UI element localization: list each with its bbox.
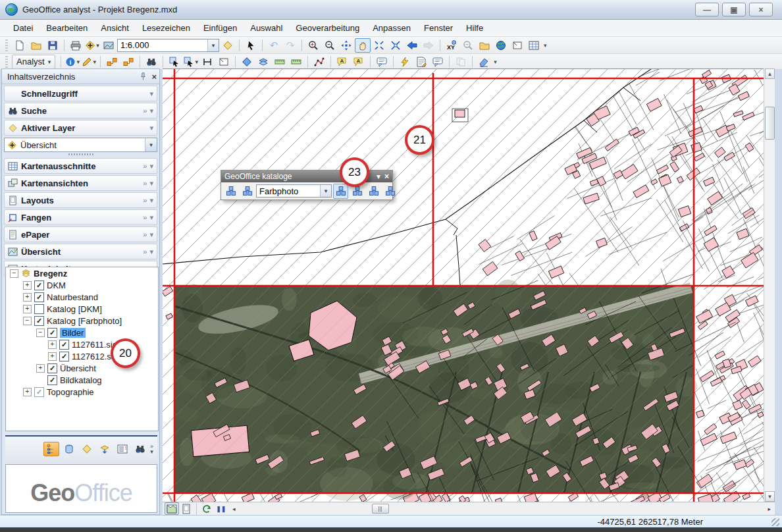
search-button[interactable]: [477, 38, 492, 53]
expand-icon[interactable]: +: [48, 352, 57, 361]
find-button[interactable]: [143, 55, 159, 69]
save-button[interactable]: [45, 38, 61, 53]
close-button[interactable]: ×: [749, 3, 773, 16]
label-manager-button[interactable]: [351, 55, 367, 69]
title-bar[interactable]: GeoOffice analyst - Projekt Bregenz.mxd …: [0, 0, 782, 20]
tree-item-bildkatalog[interactable]: ✓ Bildkatalog: [6, 374, 158, 386]
catalog-remove-button[interactable]: [382, 184, 398, 199]
checkbox-checked[interactable]: ✓: [47, 375, 57, 385]
toolbar-grip2[interactable]: [5, 56, 8, 68]
display-order-view-button[interactable]: [43, 442, 59, 456]
expand-icon[interactable]: +: [23, 281, 32, 290]
undo-button[interactable]: ↶: [266, 38, 282, 53]
measure-area-button[interactable]: [288, 55, 304, 69]
menu-fenster[interactable]: Fenster: [417, 21, 459, 35]
tree-item-katalog-dkm[interactable]: + Katalog [DKM]: [6, 303, 158, 315]
checkbox-checked[interactable]: ✓: [47, 328, 57, 338]
next-extent-button[interactable]: [421, 38, 436, 53]
tree-item-dkm[interactable]: + ✓ DKM: [6, 279, 158, 291]
full-extent-button[interactable]: [338, 38, 354, 53]
collapse-icon[interactable]: −: [36, 329, 45, 337]
sidebar-section-schnellzugriff[interactable]: Schnellzugriff ▾: [4, 86, 157, 101]
horizontal-scrollbar[interactable]: [240, 503, 764, 514]
scale-combobox[interactable]: ▾: [117, 39, 219, 52]
catalog-input[interactable]: [257, 186, 320, 196]
toc-close-icon[interactable]: ×: [151, 72, 157, 82]
report-wizard-button[interactable]: [430, 55, 446, 69]
scroll-left-button[interactable]: ◂: [228, 506, 240, 512]
zoom-in-button[interactable]: [305, 38, 321, 53]
tree-item-topographie[interactable]: + ✓ Topographie: [6, 386, 158, 398]
menu-ansicht[interactable]: Ansicht: [94, 21, 136, 35]
scroll-right-button[interactable]: ▸: [764, 506, 775, 512]
checkbox-checked[interactable]: ✓: [59, 352, 69, 361]
collapse-icon[interactable]: −: [10, 269, 18, 278]
minimize-button[interactable]: —: [695, 3, 719, 16]
checkbox-checked-gray[interactable]: ✓: [34, 387, 44, 397]
checkbox-checked[interactable]: ✓: [34, 292, 44, 302]
menu-bearbeiten[interactable]: Bearbeiten: [39, 21, 94, 35]
catalog-dropdown-button[interactable]: ▾: [320, 185, 331, 197]
catalog-show-extent-button[interactable]: [333, 184, 348, 199]
layers-button[interactable]: [255, 55, 271, 69]
horizontal-scroll-thumb[interactable]: [372, 504, 389, 514]
eraser-tool-button[interactable]: [476, 55, 492, 69]
menu-einfuegen[interactable]: Einfügen: [197, 21, 244, 35]
globe-button[interactable]: [493, 38, 509, 53]
sidebar-section-kartenansichten[interactable]: Kartenansichten »▾: [4, 175, 157, 191]
refresh-button[interactable]: [199, 502, 214, 515]
menu-lesezeichen[interactable]: Lesezeichen: [136, 21, 197, 35]
tree-item-bilder[interactable]: − ✓ Bilder: [6, 327, 158, 338]
3d-view-button[interactable]: [239, 55, 255, 69]
layer-info-button[interactable]: ▾: [65, 55, 80, 69]
collapse-icon[interactable]: −: [23, 317, 32, 325]
edit-vertices-button[interactable]: [311, 55, 327, 69]
select-elements-button[interactable]: [243, 38, 259, 53]
checkbox-checked[interactable]: ✓: [34, 316, 44, 326]
magnifier-window-button[interactable]: [460, 38, 476, 53]
sidebar-section-uebersicht[interactable]: Übersicht »▾: [4, 244, 157, 259]
previous-extent-button[interactable]: [404, 38, 420, 53]
menu-datei[interactable]: Datei: [7, 21, 39, 35]
catalog-combobox[interactable]: ▾: [256, 184, 332, 198]
checkbox-checked[interactable]: ✓: [47, 363, 57, 373]
active-layer-combobox[interactable]: Übersicht ▾: [4, 138, 157, 152]
open-document-button[interactable]: [28, 38, 44, 53]
data-view-button[interactable]: [165, 502, 179, 515]
new-document-button[interactable]: [12, 38, 28, 53]
tree-item-naturbestand[interactable]: + ✓ Naturbestand: [6, 291, 158, 303]
section-drag-handle[interactable]: [2, 152, 159, 157]
connect-tool-2-button[interactable]: [120, 55, 136, 69]
report-button[interactable]: [413, 55, 429, 69]
viewer-window-button[interactable]: [509, 38, 525, 53]
sidebar-section-epaper[interactable]: ePaper »▾: [4, 226, 157, 242]
catalog-edit-button[interactable]: [240, 184, 255, 199]
toolbar-overflow-button[interactable]: ▾: [544, 42, 547, 49]
zoom-out-button[interactable]: [322, 38, 338, 53]
catalog-load-button[interactable]: [366, 184, 381, 199]
expand-icon[interactable]: +: [23, 293, 32, 302]
menu-hilfe[interactable]: Hilfe: [459, 21, 490, 35]
analyst-menu-button[interactable]: Analyst▾: [12, 55, 55, 69]
checkbox-checked[interactable]: ✓: [34, 280, 44, 290]
go-to-xy-button[interactable]: [444, 38, 459, 53]
expand-icon[interactable]: +: [23, 305, 32, 313]
map-canvas[interactable]: [163, 68, 764, 502]
select-by-location-button[interactable]: ▾: [183, 55, 199, 69]
pause-drawing-button[interactable]: ❚❚: [214, 502, 228, 515]
measure-button[interactable]: [199, 55, 215, 69]
tree-item-katalog-farbphoto[interactable]: − ✓ Katalog [Farbphoto]: [6, 315, 158, 327]
fixed-zoom-out-button[interactable]: [388, 38, 404, 53]
menu-geoverarbeitung[interactable]: Geoverarbeitung: [289, 21, 366, 35]
visibility-view-button[interactable]: [79, 442, 95, 456]
sketch-button[interactable]: [216, 55, 232, 69]
redo-button[interactable]: ↷: [282, 38, 298, 53]
selection-view-button[interactable]: [97, 442, 113, 456]
sidebar-section-kartenausschnitte[interactable]: Kartenausschnitte »▾: [4, 158, 157, 174]
toc-toolbar-overflow[interactable]: »▾: [150, 444, 153, 454]
analyst-overflow-button[interactable]: ▾: [494, 59, 497, 65]
restore-button[interactable]: ▣: [722, 3, 746, 16]
checkbox-unchecked[interactable]: [34, 304, 44, 314]
catalog-new-button[interactable]: [223, 184, 238, 199]
annotation-button[interactable]: [374, 55, 390, 69]
